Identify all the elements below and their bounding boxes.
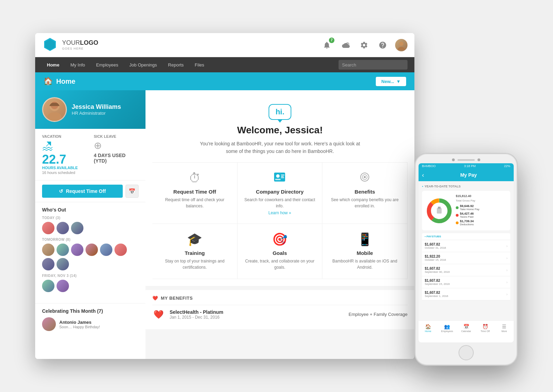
svg-point-9: [276, 174, 280, 178]
home-title-left: 🏠 Home: [43, 77, 76, 86]
request-time-off-button[interactable]: ↺ Request Time Off: [42, 185, 123, 198]
paystub-info: $1,922.20 October 15, 2016: [425, 255, 446, 261]
phone-timeoff-icon: ⏰: [482, 324, 488, 329]
heart-icon: ❤️: [152, 296, 158, 301]
help-button[interactable]: [376, 39, 389, 51]
donut-legend: $15,812.40 Total Gross Pay $9,646.92 Tak…: [456, 194, 507, 227]
user-role: HR Administrator: [72, 111, 121, 116]
user-info: Jessica Williams HR Administrator: [72, 103, 121, 116]
phone-home-button[interactable]: [459, 345, 474, 360]
paystub-row-4[interactable]: $1,607.82 September 1, 2016 ›: [422, 288, 510, 300]
phone-nav-employees[interactable]: 👥 Employees: [438, 321, 456, 336]
paystub-arrow: ›: [506, 268, 507, 272]
home-title-bar: 🏠 Home New... ▼: [35, 72, 414, 90]
time-off-section: Vacation 🏖 22.7 HOURS AVAILABLE 16 hours…: [35, 129, 145, 180]
goals-feature-icon: 🎯: [244, 232, 315, 247]
mobile-feature-icon: 📱: [329, 232, 400, 247]
nav-jobopenings[interactable]: Job Openings: [124, 57, 162, 72]
vacation-info: Vacation 🏖 22.7 HOURS AVAILABLE 16 hours…: [42, 134, 87, 175]
svg-point-16: [364, 176, 366, 178]
feature-training[interactable]: 🎓 Training Stay on top of your trainings…: [152, 224, 238, 279]
svg-rect-8: [274, 173, 285, 182]
cloud-button[interactable]: [339, 39, 352, 51]
screenshot-wrapper: YOURLOGO GOES HERE 7: [35, 33, 518, 359]
logo-your: YOUR: [62, 39, 80, 46]
sick-leave-value: 4 DAYS USED (YTD): [94, 153, 139, 164]
vacation-sub: 16 hours scheduled: [42, 171, 87, 175]
feature-link-1[interactable]: Learn how »: [244, 210, 315, 215]
notification-button[interactable]: 7: [321, 39, 333, 51]
feature-goals[interactable]: 🎯 Goals Create, track, and collaborate o…: [238, 224, 323, 279]
paystub-arrow: ›: [506, 280, 507, 284]
nav-files[interactable]: Files: [190, 57, 209, 72]
paystub-row-3[interactable]: $1,607.82 September 15, 2016 ›: [422, 276, 510, 288]
nav-home[interactable]: Home: [42, 57, 64, 72]
phone-notch: [419, 158, 514, 161]
whos-out-section: Who's Out TODAY (3) TOMORROW (8): [35, 202, 145, 300]
person-avatar: [42, 317, 56, 331]
feature-company-directory[interactable]: Company Directory Search for coworkers a…: [238, 163, 323, 224]
training-feature-icon: 🎓: [159, 232, 230, 247]
svg-point-4: [398, 47, 405, 50]
paystubs-list: $1,607.82 October 31, 2016 › $1,922.20 O…: [422, 240, 510, 300]
welcome-card: hi. Welcome, Jessica! You're looking at …: [145, 90, 414, 286]
total-gross: $15,812.40: [456, 194, 507, 198]
feature-request-time-off[interactable]: ⏱ Request Time Off Request time off and …: [152, 163, 238, 224]
nav-reports[interactable]: Reports: [163, 57, 189, 72]
nav-myinfo[interactable]: My Info: [66, 57, 90, 72]
celebrating-title: Celebrating This Month (7): [42, 308, 139, 314]
phone-nav-calendar[interactable]: 📅 Calendar: [456, 321, 475, 336]
user-avatar-icon: [395, 39, 408, 51]
sick-icon: ⊕: [94, 140, 139, 151]
deductions-legend: $1,739.34 Deductions: [456, 219, 507, 226]
benefit-coverage: Employee + Family Coverage: [349, 312, 408, 317]
feature-grid: ⏱ Request Time Off Request time off and …: [152, 162, 408, 279]
phone-back-button[interactable]: ‹: [422, 172, 424, 179]
feature-title-3: Training: [159, 250, 230, 256]
avatar-fri-2: [57, 280, 69, 292]
nav-employees[interactable]: Employees: [91, 57, 123, 72]
avatar-tomorrow-4: [86, 244, 98, 256]
paystub-row-0[interactable]: $1,607.82 October 31, 2016 ›: [422, 240, 510, 252]
avatar-fri-1: [42, 280, 54, 292]
paystub-arrow: ›: [506, 256, 507, 260]
home-icon: 🏠: [43, 77, 53, 86]
paystub-info: $1,607.82 September 15, 2016: [425, 279, 450, 286]
avatar-tomorrow-5: [100, 244, 112, 256]
avatar-tomorrow-1: [42, 244, 54, 256]
feature-desc-2: See which company benefits you are enrol…: [329, 197, 400, 209]
phone-nav-more[interactable]: ☰ More: [495, 321, 514, 336]
settings-button[interactable]: [358, 39, 370, 51]
user-avatar-button[interactable]: [395, 39, 408, 51]
phone-screen: BAMBOO 3:18 PM 22% ‹ My Pay ▪ YEAR-TO-DA…: [419, 163, 514, 342]
benefits-section: ❤️ MY BENEFITS ❤️ SelectHealth - Platinu…: [145, 290, 414, 329]
paystub-arrow: ›: [506, 292, 507, 296]
phone-nav-timeoff[interactable]: ⏰ Time Off: [476, 321, 495, 336]
phone-camera: [452, 158, 455, 161]
svg-point-6: [48, 112, 61, 121]
avatar-tomorrow-2: [57, 244, 69, 256]
phone-nav-bar: ‹ My Pay: [419, 169, 514, 181]
top-header: YOURLOGO GOES HERE 7: [35, 33, 414, 57]
new-button[interactable]: New... ▼: [376, 77, 406, 86]
calendar-button[interactable]: 📅: [125, 185, 139, 198]
donut-chart: [425, 197, 453, 225]
paystub-arrow: ›: [506, 244, 507, 248]
benefits-feature-icon: [329, 171, 400, 185]
phone-carrier: BAMBOO: [422, 164, 436, 168]
friday-avatars: [42, 280, 139, 292]
feature-mobile[interactable]: 📱 Mobile BambooHR is available on iOS an…: [322, 224, 408, 279]
feature-benefits[interactable]: Benefits See which company benefits you …: [322, 163, 408, 224]
phone-nav-home[interactable]: 🏠 Home: [419, 321, 438, 336]
nav-search-input[interactable]: [339, 60, 408, 70]
header-icons: 7: [321, 39, 408, 51]
sick-leave-label: Sick Leave: [94, 134, 139, 138]
vacation-unit: HOURS AVAILABLE: [42, 166, 87, 170]
benefits-row[interactable]: ❤️ SelectHealth - Platinum Jan 1, 2015 -…: [152, 305, 408, 324]
paystub-row-2[interactable]: $1,607.82 September 30, 2016 ›: [422, 264, 510, 276]
phone-body: ▪ YEAR-TO-DATE TOTALS: [419, 181, 514, 320]
tomorrow-avatars: [42, 244, 139, 270]
paystub-row-1[interactable]: $1,922.20 October 15, 2016 ›: [422, 252, 510, 264]
person-row: Antonio James Soon… Happy Birthday!: [42, 317, 139, 331]
logo-text: YOURLOGO GOES HERE: [62, 39, 98, 50]
